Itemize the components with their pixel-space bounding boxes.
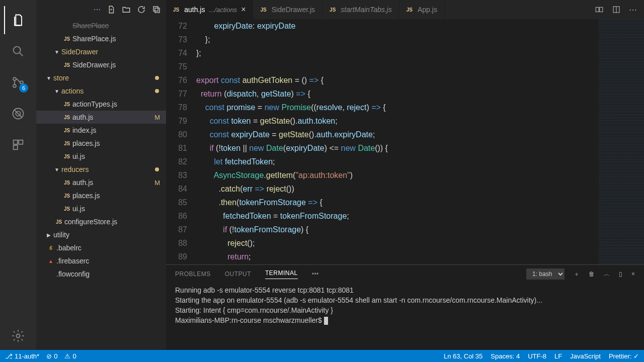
svg-rect-7 [19, 140, 23, 144]
terminal-output[interactable]: Running adb -s emulator-5554 reverse tcp… [166, 283, 644, 350]
collapse-icon[interactable] [152, 5, 161, 14]
item-label: configureStore.js [64, 218, 166, 226]
panel-tab-problems[interactable]: PROBLEMS [175, 270, 211, 278]
explorer-icon[interactable] [4, 6, 32, 34]
close-panel-icon[interactable]: × [631, 270, 635, 278]
chevron-up-icon[interactable]: ︿ [604, 270, 610, 279]
file-SharePlace.js[interactable]: JSSharePlace.js [36, 32, 166, 45]
kill-terminal-icon[interactable]: 🗑 [589, 270, 595, 278]
item-label: ui.js [72, 205, 166, 213]
tab-auth.js[interactable]: JSauth.js.../actions× [166, 0, 253, 19]
folder-actions[interactable]: ▼actions [36, 84, 166, 98]
item-label: SharePlace.js [72, 35, 166, 43]
file-index.js[interactable]: JSindex.js [36, 124, 166, 137]
file-icon: JS [61, 193, 72, 199]
debug-icon[interactable] [4, 100, 32, 128]
item-label: .flowconfig [56, 270, 166, 278]
panel-more-icon[interactable]: ••• [312, 270, 319, 278]
tab-startMainTabs.js[interactable]: JSstartMainTabs.js [323, 0, 399, 19]
extensions-icon[interactable] [4, 131, 32, 159]
item-label: store [53, 74, 155, 82]
item-label: .firebaserc [56, 257, 166, 265]
tab-label: SideDrawer.js [272, 6, 315, 14]
folder-store[interactable]: ▼store [36, 71, 166, 84]
code-content: expiryDate: expiryDate };};export const … [196, 19, 644, 264]
prettier-status[interactable]: Prettier: ✓ [609, 352, 639, 360]
file-SharePlace[interactable]: SharePlace [36, 19, 166, 32]
tab-path: .../actions [209, 6, 237, 14]
file-ui.js[interactable]: JSui.js [36, 150, 166, 163]
folder-SideDrawer[interactable]: ▼SideDrawer [36, 45, 166, 58]
editor-tabs: JSauth.js.../actions×JSSideDrawer.jsJSst… [166, 0, 644, 19]
tab-label: App.js [418, 6, 437, 14]
item-label: auth.js [72, 113, 154, 121]
file-actionTypes.js[interactable]: JSactionTypes.js [36, 98, 166, 111]
svg-point-2 [13, 84, 16, 87]
file-icon: JS [330, 7, 336, 13]
svg-point-1 [13, 77, 16, 80]
minimap[interactable] [599, 19, 644, 264]
status-bar: ⎇ 11-auth* ⊘ 0 ⚠ 0 Ln 63, Col 35 Spaces:… [0, 350, 644, 362]
file-icon: JS [61, 102, 72, 107]
indent-setting[interactable]: Spaces: 4 [491, 352, 520, 360]
svg-rect-12 [596, 8, 599, 12]
file-.babelrc[interactable]: 6.babelrc [36, 241, 166, 254]
search-icon[interactable] [4, 37, 32, 65]
new-folder-icon[interactable] [122, 5, 131, 14]
settings-icon[interactable] [4, 322, 32, 350]
file-auth.js[interactable]: JSauth.jsM [36, 176, 166, 189]
encoding[interactable]: UTF-8 [528, 352, 546, 360]
file-icon: 6 [45, 245, 56, 251]
panel-tab-terminal[interactable]: TERMINAL [265, 269, 298, 279]
file-icon: JS [61, 180, 72, 186]
more-icon[interactable]: ⋯ [94, 6, 101, 14]
item-label: SideDrawer.js [72, 61, 166, 69]
terminal-select[interactable]: 1: bash [526, 268, 565, 280]
file-icon: JS [61, 36, 72, 42]
refresh-icon[interactable] [137, 5, 146, 14]
file-.firebaserc[interactable]: ▲.firebaserc [36, 254, 166, 267]
cursor-position[interactable]: Ln 63, Col 35 [444, 352, 482, 360]
errors-count[interactable]: ⊘ 0 [46, 352, 57, 360]
tab-App.js[interactable]: JSApp.js [399, 0, 445, 19]
file-icon: JS [53, 219, 64, 225]
file-icon: JS [61, 62, 72, 68]
item-label: utility [53, 231, 166, 239]
file-auth.js[interactable]: JSauth.jsM [36, 111, 166, 124]
eol[interactable]: LF [554, 352, 562, 360]
close-icon[interactable]: × [241, 5, 246, 14]
code-editor[interactable]: 727374757677787980818283848586878889 exp… [166, 19, 644, 264]
split-icon[interactable] [612, 5, 621, 14]
file-ui.js[interactable]: JSui.js [36, 202, 166, 215]
file-.flowconfig[interactable]: .flowconfig [36, 267, 166, 281]
compare-icon[interactable] [595, 5, 604, 14]
tab-label: auth.js [184, 6, 205, 14]
maximize-panel-icon[interactable]: ▯ [619, 270, 622, 278]
tab-SideDrawer.js[interactable]: JSSideDrawer.js [253, 0, 323, 19]
item-label: SharePlace [72, 22, 166, 30]
warnings-count[interactable]: ⚠ 0 [64, 352, 76, 360]
svg-rect-11 [155, 8, 159, 13]
line-gutter: 727374757677787980818283848586878889 [166, 19, 196, 264]
more-icon[interactable]: ⋯ [629, 5, 637, 15]
scm-icon[interactable]: 6 [4, 68, 32, 97]
file-icon: JS [61, 128, 72, 133]
new-terminal-icon[interactable]: ＋ [574, 270, 580, 279]
file-configureStore.js[interactable]: JSconfigureStore.js [36, 215, 166, 228]
panel-tab-output[interactable]: OUTPUT [225, 270, 251, 278]
file-places.js[interactable]: JSplaces.js [36, 189, 166, 202]
item-label: places.js [72, 192, 166, 200]
file-places.js[interactable]: JSplaces.js [36, 137, 166, 150]
item-label: auth.js [72, 178, 154, 187]
svg-point-9 [17, 334, 20, 338]
folder-reducers[interactable]: ▼reducers [36, 163, 166, 176]
new-file-icon[interactable] [107, 5, 116, 14]
language-mode[interactable]: JavaScript [570, 352, 601, 360]
svg-rect-8 [14, 145, 18, 149]
item-label: places.js [72, 139, 166, 147]
item-label: actionTypes.js [72, 100, 166, 108]
file-SideDrawer.js[interactable]: JSSideDrawer.js [36, 58, 166, 71]
git-branch[interactable]: ⎇ 11-auth* [5, 352, 39, 360]
folder-utility[interactable]: ▶utility [36, 228, 166, 241]
file-icon: JS [61, 154, 72, 159]
